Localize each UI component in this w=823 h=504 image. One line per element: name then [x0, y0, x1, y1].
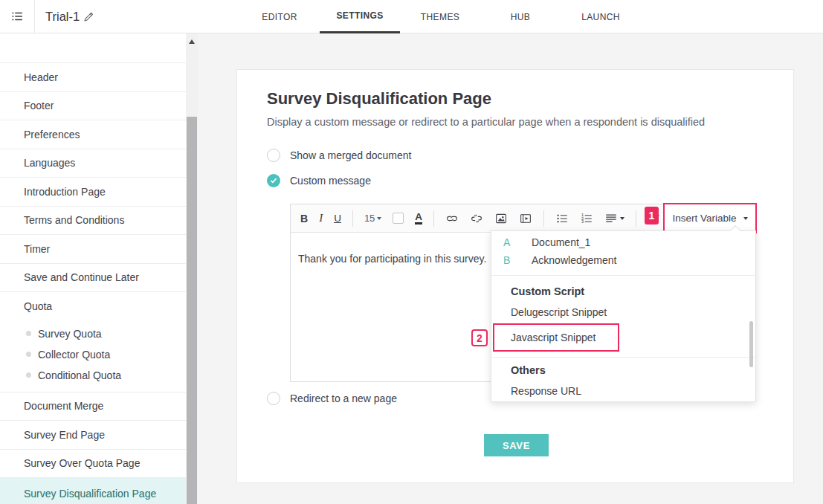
tab-settings[interactable]: SETTINGS [320, 0, 400, 33]
sidebar-item-terms-and-conditions[interactable]: Terms and Conditions [0, 207, 186, 236]
align-icon [604, 212, 618, 225]
option-redirect-to-new-page[interactable]: Redirect to a new page [267, 392, 397, 405]
sidebar-subitem-survey-quota[interactable]: Survey Quota [0, 323, 186, 344]
page-title: Survey Disqualification Page [267, 89, 491, 109]
sidebar-item-label: Survey Disqualification Page [24, 488, 156, 500]
unlink-icon[interactable] [470, 212, 483, 225]
font-size-dropdown[interactable]: 15 [364, 213, 381, 224]
toolbar-divider [636, 210, 636, 227]
sidebar-subitem-collector-quota[interactable]: Collector Quota [0, 344, 186, 365]
edit-pencil-icon[interactable] [83, 10, 96, 23]
main-content: Survey Disqualification Page Display a c… [198, 33, 823, 504]
option-label: Redirect to a new page [290, 392, 397, 404]
font-color-button[interactable]: A [415, 212, 422, 225]
list-icon [10, 10, 24, 23]
sidebar-item-survey-end-page[interactable]: Survey End Page [0, 421, 186, 450]
sidebar-item-footer[interactable]: Footer [0, 92, 186, 121]
editor-toolbar: B I U 15 A [291, 204, 755, 233]
sidebar-item-document-merge[interactable]: Document Merge [0, 392, 186, 421]
sidebar-item-label: Introduction Page [24, 186, 106, 198]
menu-list-icon[interactable] [0, 0, 35, 33]
sidebar-item-label: Save and Continue Later [24, 271, 139, 283]
dropdown-item-response-url[interactable]: Response URL [491, 381, 755, 401]
option-label: Custom message [290, 175, 371, 187]
numbered-list-icon[interactable]: 1 2 3 [580, 212, 593, 225]
dropdown-item-javascript-snippet[interactable]: Javascript Snippet [493, 323, 619, 352]
bullet-dot-icon [26, 372, 31, 378]
sidebar-item-label: Footer [24, 100, 54, 112]
settings-card: Survey Disqualification Page Display a c… [236, 69, 794, 483]
settings-sidebar: Header Footer Preferences Languages Intr… [0, 33, 186, 504]
dropdown-item-label: Delugescript Snippet [511, 306, 607, 318]
sidebar-item-label: Quota [24, 300, 52, 312]
sidebar-item-survey-over-quota-page[interactable]: Survey Over Quota Page [0, 450, 186, 479]
main-tabs: EDITOR SETTINGS THEMES HUB LAUNCH [239, 0, 641, 33]
sidebar-scrollbar-thumb[interactable] [187, 117, 197, 504]
radio-unchecked-icon[interactable] [267, 149, 280, 162]
sidebar-item-label: Header [24, 71, 58, 83]
dropdown-item-delugescript-snippet[interactable]: Delugescript Snippet [491, 303, 755, 322]
dropdown-item-label: Javascript Snippet [511, 332, 596, 343]
check-icon [269, 176, 278, 185]
background-color-button[interactable] [393, 213, 404, 224]
text-align-dropdown[interactable] [604, 212, 624, 225]
sidebar-item-introduction-page[interactable]: Introduction Page [0, 178, 186, 207]
svg-text:3: 3 [581, 219, 584, 224]
chevron-down-icon [620, 217, 624, 220]
tab-editor[interactable]: EDITOR [239, 0, 320, 33]
sidebar-item-label: Languages [24, 157, 75, 169]
sidebar-subitem-label: Survey Quota [38, 328, 102, 340]
bold-button[interactable]: B [300, 213, 308, 224]
chevron-down-icon [377, 217, 381, 220]
tab-themes[interactable]: THEMES [400, 0, 480, 33]
sidebar-item-header[interactable]: Header [0, 63, 186, 92]
chevron-down-icon [743, 217, 748, 220]
option-show-merged-document[interactable]: Show a merged document [267, 149, 411, 162]
sidebar-subitem-label: Collector Quota [38, 349, 110, 361]
option-custom-message[interactable]: Custom message [267, 174, 371, 187]
variable-label: Acknowledgement [532, 254, 616, 266]
tab-hub[interactable]: HUB [480, 0, 561, 33]
sidebar-spacer [0, 33, 186, 63]
annotation-step-1-badge: 1 [645, 207, 659, 224]
option-label: Show a merged document [290, 149, 411, 161]
sidebar-item-survey-disqualification-page[interactable]: Survey Disqualification Page [0, 478, 186, 504]
underline-button[interactable]: U [334, 213, 341, 224]
dropdown-scrollbar-thumb[interactable] [749, 321, 753, 367]
insert-video-icon[interactable] [519, 212, 532, 225]
sidebar-item-save-and-continue-later[interactable]: Save and Continue Later [0, 264, 186, 293]
bullet-list-icon[interactable] [555, 212, 569, 225]
variable-item-acknowledgement[interactable]: B Acknowledgement [491, 251, 755, 270]
sidebar-item-label: Survey End Page [24, 429, 105, 441]
quota-subgroup: Survey Quota Collector Quota Conditional… [0, 321, 186, 392]
bullet-dot-icon [26, 331, 31, 336]
sidebar-item-quota[interactable]: Quota [0, 292, 186, 321]
variable-key: A [503, 236, 518, 248]
sidebar-item-timer[interactable]: Timer [0, 235, 186, 264]
sidebar-subitem-conditional-quota[interactable]: Conditional Quota [0, 365, 186, 386]
scroll-up-arrow-icon[interactable] [189, 39, 195, 44]
insert-variable-button[interactable]: Insert Variable [663, 203, 757, 233]
sidebar-item-preferences[interactable]: Preferences [0, 120, 186, 149]
survey-title: Trial-1 [45, 0, 80, 33]
toolbar-divider [352, 210, 353, 227]
sidebar-item-label: Survey Over Quota Page [24, 457, 140, 469]
sidebar-item-languages[interactable]: Languages [0, 149, 186, 178]
tab-launch[interactable]: LAUNCH [561, 0, 641, 33]
variable-label: Document_1 [532, 236, 590, 248]
insert-image-icon[interactable] [494, 212, 508, 225]
sidebar-scrollbar [186, 33, 198, 504]
sidebar-item-label: Preferences [24, 129, 80, 140]
save-button[interactable]: SAVE [484, 434, 549, 456]
topbar: Trial-1 EDITOR SETTINGS THEMES HUB LAUNC… [0, 0, 823, 33]
link-icon[interactable] [445, 212, 459, 225]
insert-variable-label: Insert Variable [672, 213, 736, 224]
sidebar-item-label: Terms and Conditions [24, 214, 124, 226]
variable-item-document-1[interactable]: A Document_1 [491, 233, 755, 252]
sidebar-item-label: Document Merge [24, 400, 103, 412]
custom-script-header: Custom Script [511, 282, 584, 301]
radio-checked-icon[interactable] [267, 174, 280, 187]
italic-button[interactable]: I [319, 212, 323, 224]
radio-unchecked-icon[interactable] [267, 392, 280, 405]
annotation-step-2-badge: 2 [471, 329, 488, 346]
